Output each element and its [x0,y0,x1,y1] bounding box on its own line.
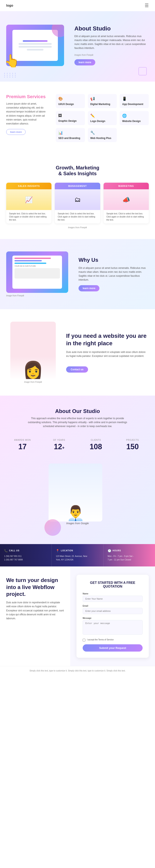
ps-item: 🔧 Web Hosting Plus [88,128,117,142]
wu-bar-3 [14,262,46,264]
footer-col-icon: 🕐 [108,549,111,552]
terms-checkbox[interactable] [83,639,85,642]
ps-item-icon: 🔧 [90,130,115,135]
ps-item-name: Web Hosting Plus [90,137,115,140]
hero-body: Elit ut aliquam purus sit amet luctus ve… [74,34,149,50]
ps-item-icon: 🌐 [122,114,146,118]
mockup-bar-2 [18,46,52,48]
iyn-text: If you need a website you are in the rig… [66,332,149,373]
footer-col-line: 1 (56) 567 891 011 [4,554,47,558]
gc-image: 📣 [104,189,149,210]
hero-content: 👆 About Studio Elit ut aliquam purus sit… [6,25,149,66]
why-us-section: YOUR KID IS OUR FUTURE Image from Freepi… [0,239,155,309]
gc-header: MANAGEMENT [55,183,100,189]
ps-item: 📢 Digital Marketing [88,94,117,108]
stat-suffix: + [62,445,65,450]
footer-col-line: York, NY 1234USA [56,558,99,561]
nav-logo[interactable]: logo [6,4,13,7]
hero-learn-more-button[interactable]: learn more [74,59,95,65]
footer-col-title: 🕐 HOURS [108,549,151,552]
form-input[interactable] [83,608,143,614]
stat-value: 17 [8,442,37,451]
ps-learn-more-button[interactable]: learn more [6,129,26,135]
about-studio-body: This approach enables the most effective… [26,416,129,429]
gc-text: Sample text. Click to select the text bo… [107,212,146,221]
nav-menu-icon[interactable]: ☰ [145,3,149,8]
hero-text: About Studio Elit ut aliquam purus sit a… [74,25,149,66]
footer-col-line: 7 pm - 11 pm Sun Closed [108,558,151,561]
ps-item-name: Website Design [122,120,146,123]
gc-body: Sample text. Click to select the text bo… [104,210,149,223]
footer-col: 🕐 HOURS Mon - Fri - 7 pm - 9 pm Sat -7 p… [104,544,155,566]
ps-item-name: App Development [122,103,146,105]
ps-item-name: Graphic Design [58,120,82,122]
person-card: 👨‍💼 [48,464,102,522]
navbar: logo ☰ [0,0,155,11]
growth-source: Images from Freepik [6,226,149,229]
ps-item: 🎨 UI/UX Design [56,94,85,108]
terms-label: I accept the Terms of Service [87,638,114,641]
wu-source: Image from Freepik [6,294,72,297]
growth-card: MANAGEMENT 🗂 Sample text. Click to selec… [55,183,100,223]
footer-col: 📞 CALL US 1 (56) 567 891 0111 (56) 887 7… [0,544,52,566]
wu-mockup: YOUR KID IS OUR FUTURE [6,251,68,293]
ps-body: Lorem ipsum dolor sit amet, consectetur … [6,102,47,126]
stat-label: AWARDS WON [8,439,37,441]
stat-value: 12+ [45,442,74,451]
message-group: Message [83,617,143,636]
person-img-block: 👨‍💼 Images from Google [48,464,107,532]
stat-item: PROJECTS 150 [116,435,149,455]
form-heading: GET STARTED WITH A FREE QUOTATION [83,581,143,588]
gc-body: Sample text. Click to select the text bo… [6,210,51,223]
growth-card: MARKETING 📣 Sample text. Click to select… [104,183,149,223]
form-label: Name [83,593,143,595]
wu-image: YOUR KID IS OUR FUTURE Image from Freepi… [6,251,72,297]
message-label: Message [83,617,143,619]
ps-item-icon: 📢 [90,96,115,101]
footer-strip: 📞 CALL US 1 (56) 567 891 0111 (56) 887 7… [0,544,155,566]
ps-item-icon: 📱 [122,96,146,101]
wu-screen: YOUR KID IS OUR FUTURE [12,255,62,289]
ps-item-icon: ✏️ [90,114,115,118]
growth-cards: SALES INSIGHTS 📈 Sample text. Click to s… [6,183,149,223]
gc-body: Sample text. Click to select the text bo… [55,210,100,223]
submit-button[interactable]: Submit your Request [83,644,143,652]
message-input[interactable] [83,620,143,634]
stat-item: AWARDS WON 17 [6,435,39,455]
iyn-heading: If you need a website you are in the rig… [66,332,149,347]
gc-image: 🗂 [55,189,100,210]
form-input[interactable] [83,596,143,602]
iyn-body: Duis aute irure dolor in reprehenderit i… [66,350,149,358]
wu-body: Elit ut aliquam purus sit amet luctus ve… [79,266,149,282]
hero-hand-emoji: 👆 [4,54,20,68]
growth-heading: Growth, Marketing & Sales Insights [6,165,149,177]
hero-section: 👆 About Studio Elit ut aliquam purus sit… [0,11,155,82]
mockup-bar-3 [27,49,43,51]
mockup-bar-accent [23,40,47,42]
deco-dots [4,73,16,78]
form-label: Email [83,605,143,607]
ps-item-name: Logo Design [90,120,115,123]
stat-label: PROJECTS [118,439,147,441]
form-card: GET STARTED WITH A FREE QUOTATION Name E… [76,575,149,658]
growth-section: Growth, Marketing & Sales Insights SALES… [0,155,155,239]
person-deco-circle [44,519,61,536]
hero-box-deco [139,67,147,75]
ps-left: Premium Services Lorem ipsum dolor sit a… [6,94,47,135]
mockup-bar-1 [18,43,52,45]
ps-item: 🌐 Website Design [120,111,149,125]
ps-item-icon: 📊 [58,130,82,135]
ps-item-icon: 🖼 [58,114,82,118]
bottom-right: GET STARTED WITH A FREE QUOTATION Name E… [70,566,155,666]
iyn-contact-button[interactable]: Contact us [66,366,88,373]
bottom-left-body: Duis aute irure dolor in reprehenderit i… [6,600,64,620]
ps-item: ✏️ Logo Design [88,111,117,125]
checkbox-group: I accept the Terms of Service [83,638,143,642]
wu-learn-more-button[interactable]: learn more [79,285,100,291]
growth-card: SALES INSIGHTS 📈 Sample text. Click to s… [6,183,51,223]
stat-item: OF YEARS 12+ [43,435,76,455]
ps-item-icon: 🎨 [58,96,82,101]
gc-text: Sample text. Click to select the text bo… [57,212,97,221]
footer-col: 📍 LOCATION 123 Main Street, 23. Avenue, … [52,544,103,566]
form-group: Name [83,593,143,602]
